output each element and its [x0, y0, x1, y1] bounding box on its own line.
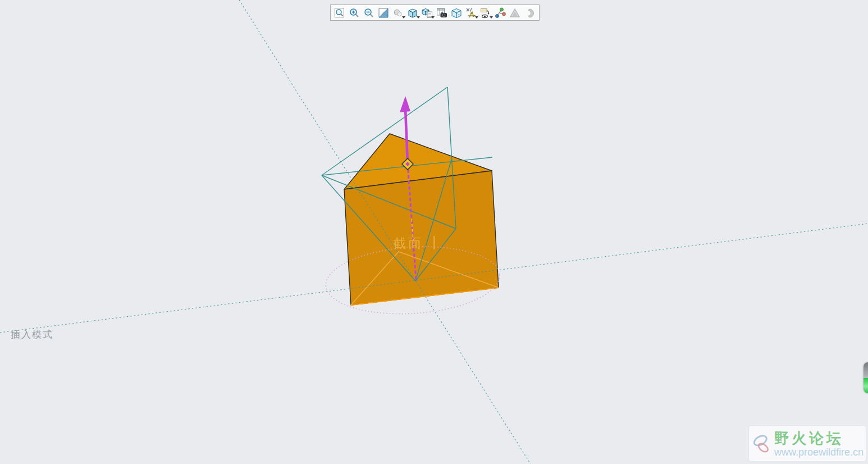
repaint-icon[interactable]: [377, 6, 390, 20]
edge-slider-handle[interactable]: [864, 362, 868, 393]
capped-section-icon[interactable]: [523, 6, 536, 20]
spin-center-icon[interactable]: [494, 6, 507, 20]
watermark-site-url: www.proewildfire.cn: [774, 447, 864, 458]
section-view-icon[interactable]: [450, 6, 463, 20]
graphics-toolbar: [330, 4, 540, 21]
slider-green-segment: [864, 378, 868, 394]
forum-watermark: 野火论坛 www.proewildfire.cn: [748, 425, 866, 462]
slider-grey-segment: [864, 362, 868, 378]
analysis-icon[interactable]: [508, 6, 522, 20]
section-name-label: 截面: [393, 235, 423, 252]
3d-viewport[interactable]: [0, 0, 868, 464]
zoom-out-icon[interactable]: [362, 6, 376, 20]
arrow-head[interactable]: [400, 96, 410, 112]
annotation-display-icon[interactable]: [479, 6, 492, 20]
watermark-site-name: 野火论坛: [774, 430, 864, 447]
box-zoom-icon[interactable]: [333, 6, 346, 20]
forum-logo-icon: [751, 427, 773, 461]
saved-views-icon[interactable]: [421, 6, 434, 20]
zoom-in-icon[interactable]: [348, 6, 361, 20]
display-style-icon[interactable]: [406, 6, 419, 20]
insert-mode-label: 插入模式: [11, 328, 53, 341]
graphics-area[interactable]: 插入模式 截面 | 野火论坛 www.proewildfire.cn: [0, 0, 868, 464]
shading-style-icon[interactable]: [391, 6, 405, 20]
section-label-cursor: |: [432, 234, 436, 250]
view-manager-icon[interactable]: [435, 6, 449, 20]
datum-display-icon[interactable]: [464, 6, 478, 20]
